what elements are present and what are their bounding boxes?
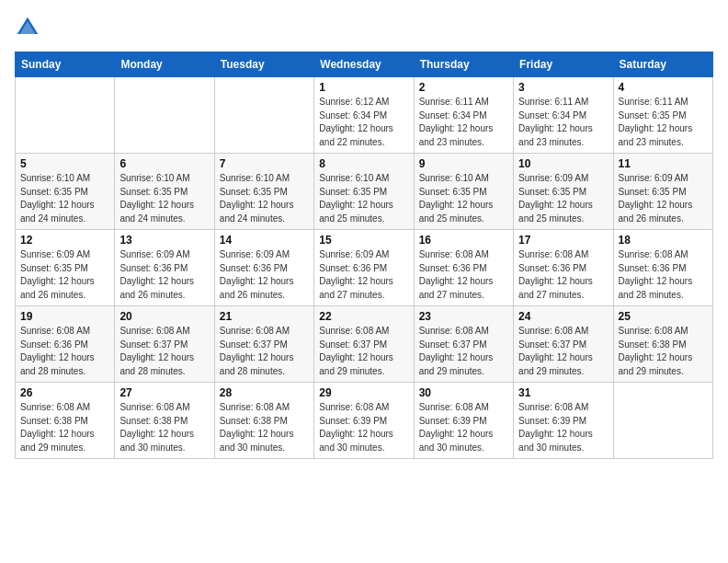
day-info: Sunrise: 6:08 AMSunset: 6:36 PMDaylight:…: [20, 325, 109, 378]
calendar-day-cell: 31Sunrise: 6:08 AMSunset: 6:39 PMDayligh…: [514, 383, 613, 459]
logo-icon: [15, 15, 40, 40]
calendar-day-cell: 2Sunrise: 6:11 AMSunset: 6:34 PMDaylight…: [414, 77, 513, 154]
calendar-day-cell: [16, 77, 115, 154]
day-number: 11: [619, 157, 708, 170]
calendar-day-cell: 12Sunrise: 6:09 AMSunset: 6:35 PMDayligh…: [16, 230, 115, 306]
calendar-week-row: 1Sunrise: 6:12 AMSunset: 6:34 PMDaylight…: [16, 77, 713, 154]
calendar-day-cell: [115, 77, 214, 154]
weekday-header-cell: Saturday: [613, 52, 712, 77]
calendar-week-row: 12Sunrise: 6:09 AMSunset: 6:35 PMDayligh…: [16, 230, 713, 306]
weekday-header-cell: Monday: [115, 52, 214, 77]
calendar-day-cell: 19Sunrise: 6:08 AMSunset: 6:36 PMDayligh…: [16, 306, 115, 383]
day-info: Sunrise: 6:12 AMSunset: 6:34 PMDaylight:…: [319, 96, 408, 149]
day-info: Sunrise: 6:11 AMSunset: 6:35 PMDaylight:…: [619, 96, 708, 149]
weekday-header-cell: Thursday: [414, 52, 513, 77]
day-number: 3: [518, 81, 608, 94]
day-number: 19: [20, 310, 109, 323]
day-number: 9: [419, 157, 508, 170]
calendar-day-cell: 6Sunrise: 6:10 AMSunset: 6:35 PMDaylight…: [115, 154, 214, 230]
weekday-header-cell: Tuesday: [214, 52, 313, 77]
day-info: Sunrise: 6:09 AMSunset: 6:35 PMDaylight:…: [518, 172, 608, 225]
calendar-day-cell: 16Sunrise: 6:08 AMSunset: 6:36 PMDayligh…: [414, 230, 513, 306]
day-info: Sunrise: 6:08 AMSunset: 6:37 PMDaylight:…: [220, 325, 309, 378]
calendar-day-cell: 9Sunrise: 6:10 AMSunset: 6:35 PMDaylight…: [414, 154, 513, 230]
calendar-day-cell: 24Sunrise: 6:08 AMSunset: 6:37 PMDayligh…: [514, 306, 613, 383]
calendar-day-cell: 5Sunrise: 6:10 AMSunset: 6:35 PMDaylight…: [16, 154, 115, 230]
calendar-day-cell: 28Sunrise: 6:08 AMSunset: 6:38 PMDayligh…: [214, 383, 313, 459]
calendar-day-cell: 13Sunrise: 6:09 AMSunset: 6:36 PMDayligh…: [115, 230, 214, 306]
day-info: Sunrise: 6:08 AMSunset: 6:37 PMDaylight:…: [319, 325, 408, 378]
day-number: 22: [319, 310, 408, 323]
day-info: Sunrise: 6:08 AMSunset: 6:36 PMDaylight:…: [619, 248, 708, 302]
calendar-day-cell: [613, 383, 712, 459]
page-header: [15, 15, 713, 40]
day-info: Sunrise: 6:09 AMSunset: 6:35 PMDaylight:…: [619, 172, 708, 225]
day-number: 31: [518, 386, 608, 399]
day-number: 27: [119, 386, 209, 399]
day-info: Sunrise: 6:11 AMSunset: 6:34 PMDaylight:…: [518, 96, 608, 149]
day-info: Sunrise: 6:08 AMSunset: 6:38 PMDaylight:…: [619, 325, 708, 378]
calendar-day-cell: 1Sunrise: 6:12 AMSunset: 6:34 PMDaylight…: [314, 77, 414, 154]
day-number: 1: [319, 81, 408, 94]
calendar-day-cell: 29Sunrise: 6:08 AMSunset: 6:39 PMDayligh…: [314, 383, 414, 459]
weekday-header-cell: Friday: [514, 52, 613, 77]
day-info: Sunrise: 6:10 AMSunset: 6:35 PMDaylight:…: [419, 172, 508, 225]
day-info: Sunrise: 6:10 AMSunset: 6:35 PMDaylight:…: [20, 172, 109, 225]
logo: [15, 15, 44, 40]
day-info: Sunrise: 6:08 AMSunset: 6:38 PMDaylight:…: [20, 401, 109, 454]
calendar-day-cell: 27Sunrise: 6:08 AMSunset: 6:38 PMDayligh…: [115, 383, 214, 459]
day-info: Sunrise: 6:08 AMSunset: 6:39 PMDaylight:…: [319, 401, 408, 454]
day-number: 15: [319, 234, 408, 247]
calendar-table: SundayMondayTuesdayWednesdayThursdayFrid…: [15, 52, 713, 459]
calendar-week-row: 26Sunrise: 6:08 AMSunset: 6:38 PMDayligh…: [16, 383, 713, 459]
day-number: 12: [20, 234, 109, 247]
day-info: Sunrise: 6:11 AMSunset: 6:34 PMDaylight:…: [419, 96, 508, 149]
day-number: 7: [220, 157, 309, 170]
calendar-week-row: 19Sunrise: 6:08 AMSunset: 6:36 PMDayligh…: [16, 306, 713, 383]
day-number: 10: [518, 157, 608, 170]
day-number: 17: [518, 234, 608, 247]
day-number: 26: [20, 386, 109, 399]
calendar-day-cell: 15Sunrise: 6:09 AMSunset: 6:36 PMDayligh…: [314, 230, 414, 306]
day-number: 18: [619, 234, 708, 247]
day-info: Sunrise: 6:08 AMSunset: 6:37 PMDaylight:…: [119, 325, 209, 378]
day-number: 16: [419, 234, 508, 247]
calendar-day-cell: 11Sunrise: 6:09 AMSunset: 6:35 PMDayligh…: [613, 154, 712, 230]
calendar-day-cell: 14Sunrise: 6:09 AMSunset: 6:36 PMDayligh…: [214, 230, 313, 306]
calendar-week-row: 5Sunrise: 6:10 AMSunset: 6:35 PMDaylight…: [16, 154, 713, 230]
day-info: Sunrise: 6:08 AMSunset: 6:37 PMDaylight:…: [419, 325, 508, 378]
calendar-day-cell: 17Sunrise: 6:08 AMSunset: 6:36 PMDayligh…: [514, 230, 613, 306]
day-info: Sunrise: 6:08 AMSunset: 6:39 PMDaylight:…: [518, 401, 608, 454]
day-number: 28: [220, 386, 309, 399]
day-info: Sunrise: 6:09 AMSunset: 6:35 PMDaylight:…: [20, 248, 109, 302]
calendar-day-cell: 3Sunrise: 6:11 AMSunset: 6:34 PMDaylight…: [514, 77, 613, 154]
calendar-day-cell: 21Sunrise: 6:08 AMSunset: 6:37 PMDayligh…: [214, 306, 313, 383]
day-number: 24: [518, 310, 608, 323]
day-number: 2: [419, 81, 508, 94]
day-number: 23: [419, 310, 508, 323]
calendar-day-cell: 7Sunrise: 6:10 AMSunset: 6:35 PMDaylight…: [214, 154, 313, 230]
weekday-header-cell: Wednesday: [314, 52, 414, 77]
weekday-header-cell: Sunday: [16, 52, 115, 77]
day-info: Sunrise: 6:08 AMSunset: 6:37 PMDaylight:…: [518, 325, 608, 378]
calendar-day-cell: 4Sunrise: 6:11 AMSunset: 6:35 PMDaylight…: [613, 77, 712, 154]
day-number: 6: [119, 157, 209, 170]
day-number: 8: [319, 157, 408, 170]
day-info: Sunrise: 6:09 AMSunset: 6:36 PMDaylight:…: [119, 248, 209, 302]
day-info: Sunrise: 6:08 AMSunset: 6:38 PMDaylight:…: [220, 401, 309, 454]
day-number: 21: [220, 310, 309, 323]
day-number: 4: [619, 81, 708, 94]
day-number: 29: [319, 386, 408, 399]
calendar-day-cell: 22Sunrise: 6:08 AMSunset: 6:37 PMDayligh…: [314, 306, 414, 383]
calendar-day-cell: 8Sunrise: 6:10 AMSunset: 6:35 PMDaylight…: [314, 154, 414, 230]
day-info: Sunrise: 6:08 AMSunset: 6:38 PMDaylight:…: [119, 401, 209, 454]
day-number: 5: [20, 157, 109, 170]
day-info: Sunrise: 6:10 AMSunset: 6:35 PMDaylight:…: [119, 172, 209, 225]
calendar-day-cell: 25Sunrise: 6:08 AMSunset: 6:38 PMDayligh…: [613, 306, 712, 383]
calendar-day-cell: 30Sunrise: 6:08 AMSunset: 6:39 PMDayligh…: [414, 383, 513, 459]
calendar-day-cell: 26Sunrise: 6:08 AMSunset: 6:38 PMDayligh…: [16, 383, 115, 459]
calendar-day-cell: [214, 77, 313, 154]
day-info: Sunrise: 6:08 AMSunset: 6:39 PMDaylight:…: [419, 401, 508, 454]
weekday-header-row: SundayMondayTuesdayWednesdayThursdayFrid…: [16, 52, 713, 77]
day-number: 13: [119, 234, 209, 247]
